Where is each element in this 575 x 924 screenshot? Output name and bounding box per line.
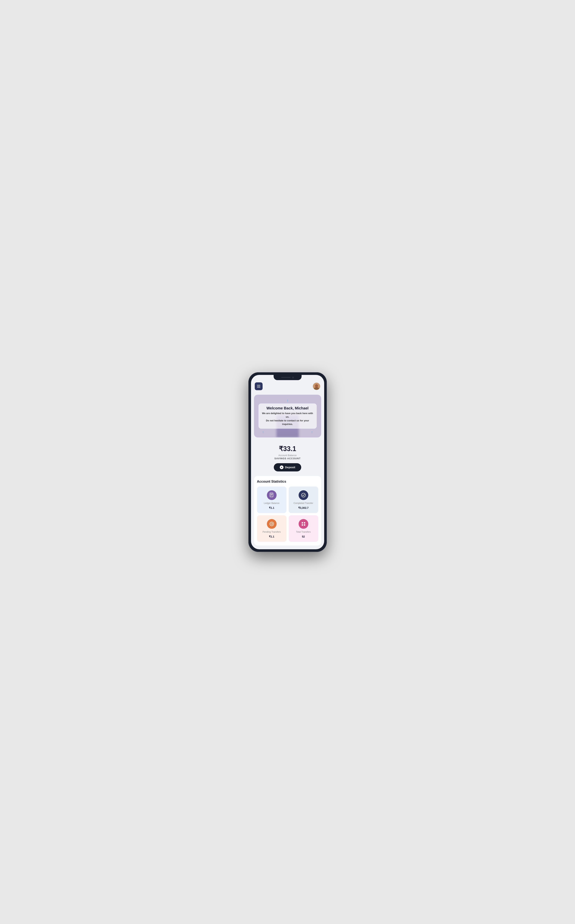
avatar-face: [313, 383, 320, 390]
account-type: SAVINGS ACCOUNT: [255, 457, 321, 460]
phone-device: ↑ Welcome Back, Michael We are delighted…: [248, 372, 327, 552]
total-label: Total Transfers: [296, 531, 311, 533]
camera: [292, 377, 294, 379]
total-icon-circle: [299, 519, 308, 529]
checkmark-icon: [301, 493, 306, 498]
stat-card-total[interactable]: Total Transfers 52: [289, 515, 318, 542]
stat-card-ledger[interactable]: Ledger Balance ₹1.1: [257, 487, 286, 513]
welcome-subtitle-line1: We are delighted to have you back here w…: [262, 412, 313, 419]
completed-icon-circle: [299, 490, 308, 500]
svg-rect-0: [270, 493, 273, 497]
ledger-icon-circle: [267, 490, 276, 500]
svg-rect-9: [302, 524, 303, 526]
phone-screen: ↑ Welcome Back, Michael We are delighted…: [251, 375, 324, 549]
stat-card-pending[interactable]: Pending Transfers ₹1.1: [257, 515, 286, 542]
svg-rect-10: [304, 524, 305, 526]
banner-text-box: Welcome Back, Michael We are delighted t…: [259, 404, 317, 429]
balance-label: Account Balance: [255, 454, 321, 457]
user-avatar[interactable]: [313, 382, 321, 390]
stats-grid: Ledger Balance ₹1.1 Completed Transfer ₹…: [257, 487, 318, 542]
pending-icon: [269, 521, 274, 526]
deposit-button[interactable]: ● Deposit: [274, 463, 301, 471]
svg-point-4: [302, 493, 305, 497]
banner-arrows-bottom: ↑ ↑: [259, 429, 317, 437]
hamburger-icon: [257, 385, 260, 388]
menu-button[interactable]: [255, 382, 262, 390]
completed-label: Completed Transfer: [294, 502, 313, 504]
stats-title: Account Statistics: [257, 480, 318, 483]
balance-section: ₹33.1 Account Balance SAVINGS ACCOUNT ● …: [251, 441, 324, 474]
phone-notch: [273, 375, 302, 380]
speaker: [281, 377, 291, 378]
ledger-value: ₹1.1: [269, 506, 274, 509]
pending-label: Pending Transfers: [262, 531, 281, 533]
svg-rect-7: [302, 522, 303, 523]
balance-amount: ₹33.1: [255, 445, 321, 453]
stat-card-completed[interactable]: Completed Transfer ₹3,302.7: [289, 487, 318, 513]
ledger-label: Ledger Balance: [264, 502, 280, 504]
completed-value: ₹3,302.7: [298, 506, 309, 509]
svg-rect-8: [304, 522, 305, 523]
pending-value: ₹1.1: [269, 535, 274, 538]
deposit-label: Deposit: [285, 466, 295, 469]
banner-arrow-top: ↑: [259, 398, 317, 403]
stats-section: Account Statistics Ledger Balance ₹1.1: [254, 476, 321, 545]
deposit-icon: ●: [280, 466, 283, 469]
total-value: 52: [302, 535, 305, 538]
pending-icon-circle: [267, 519, 276, 529]
welcome-title: Welcome Back, Michael: [262, 406, 313, 410]
welcome-banner: ↑ Welcome Back, Michael We are delighted…: [254, 395, 321, 437]
welcome-subtitle-line2: Do not hesitate to contact us for your i…: [262, 419, 313, 426]
ledger-icon: [269, 493, 274, 498]
grid-icon: [301, 521, 306, 526]
